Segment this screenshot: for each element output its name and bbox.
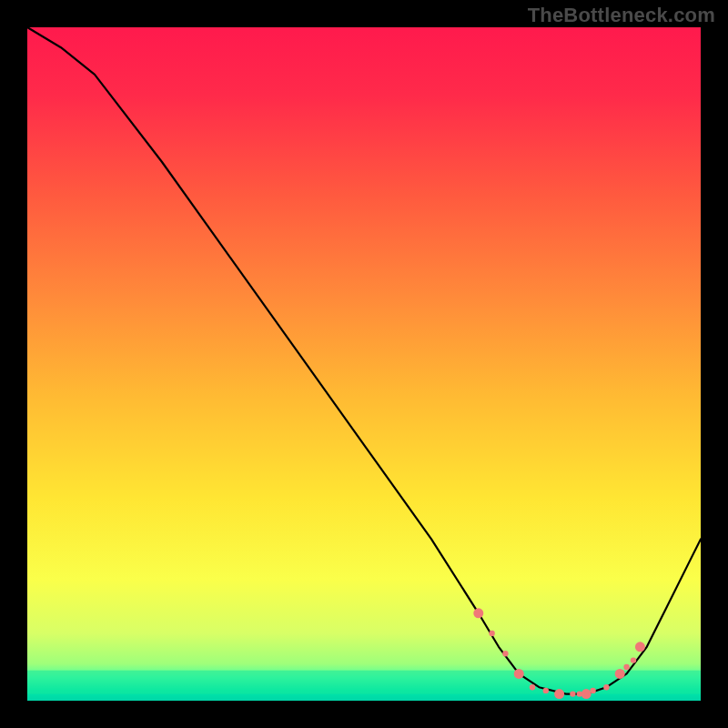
- marker-dot: [502, 651, 508, 656]
- marker-dot: [489, 631, 494, 636]
- marker-dot: [554, 689, 564, 699]
- marker-dot: [570, 691, 575, 696]
- chart-svg: [0, 0, 728, 728]
- watermark-text: TheBottleneck.com: [528, 4, 715, 27]
- marker-dot: [631, 657, 636, 662]
- marker-dot: [635, 642, 645, 652]
- marker-dot: [581, 689, 592, 699]
- marker-dot: [623, 664, 629, 670]
- marker-dot: [530, 684, 535, 690]
- marker-dot: [590, 688, 595, 693]
- marker-dot: [514, 669, 524, 679]
- chart-container: TheBottleneck.com: [0, 0, 728, 728]
- marker-dot: [615, 669, 625, 679]
- plot-area: [27, 27, 701, 701]
- marker-dot: [473, 608, 483, 618]
- marker-dot: [603, 684, 609, 690]
- marker-dot: [543, 688, 549, 693]
